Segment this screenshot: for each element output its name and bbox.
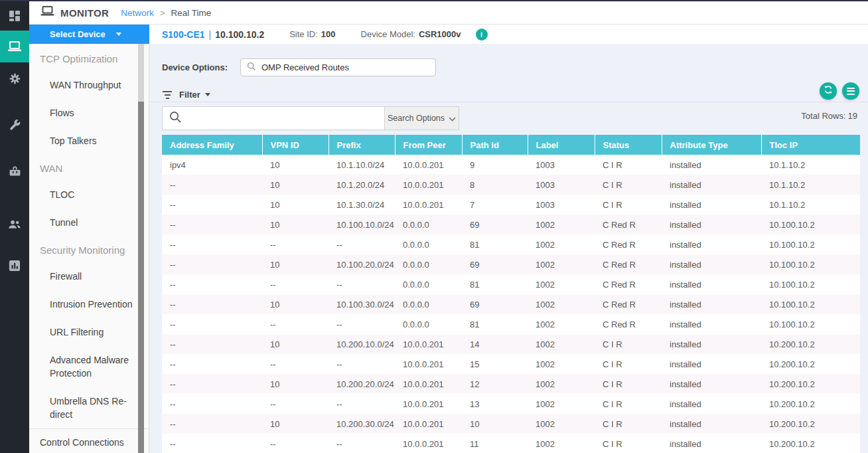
filter-label: Filter xyxy=(179,90,200,100)
table-cell: 1002 xyxy=(528,314,595,334)
column-header[interactable]: Attribute Type xyxy=(662,135,761,155)
table-cell: -- xyxy=(162,274,262,294)
table-cell: 1002 xyxy=(528,234,595,254)
table-cell: installed xyxy=(662,254,761,274)
sidebar-item[interactable]: Intrusion Prevention xyxy=(29,290,149,318)
table-search-input[interactable] xyxy=(187,114,384,124)
table-cell: 1002 xyxy=(528,434,595,453)
omp-received-routes-table: Address FamilyVPN IDPrefixFrom PeerPath … xyxy=(162,135,860,453)
table-row: ------0.0.0.0811002C Red Rinstalled10.10… xyxy=(162,314,860,334)
table-cell: 10 xyxy=(262,155,328,175)
table-cell: -- xyxy=(162,175,262,195)
column-header[interactable]: Status xyxy=(595,135,662,155)
select-device-button[interactable]: Select Device xyxy=(29,25,149,44)
column-header[interactable]: Tloc IP xyxy=(761,135,860,155)
rail-item-maintenance[interactable] xyxy=(0,157,29,186)
table-cell: -- xyxy=(162,215,262,234)
sidebar-item[interactable]: Flows xyxy=(29,99,149,127)
table-menu-button[interactable] xyxy=(842,82,859,100)
table-cell: C Red R xyxy=(595,274,662,294)
rail-item-tools[interactable] xyxy=(0,110,29,139)
table-cell: C Red R xyxy=(595,314,662,334)
table-cell: installed xyxy=(662,294,761,314)
table-cell: 1002 xyxy=(528,215,595,234)
sidebar-item[interactable]: Firewall xyxy=(29,262,149,290)
table-cell: 81 xyxy=(462,314,528,334)
table-cell: -- xyxy=(162,374,262,394)
table-cell: -- xyxy=(162,334,262,354)
table-cell: 10 xyxy=(262,254,328,274)
table-cell: 10.0.0.201 xyxy=(395,434,462,453)
table-cell: C I R xyxy=(595,414,662,434)
search-icon xyxy=(247,62,256,74)
table-cell: 10.0.0.201 xyxy=(395,414,462,434)
table-cell: 11 xyxy=(462,434,528,453)
table-row: ipv41010.1.10.0/2410.0.0.20191003C I Rin… xyxy=(162,155,860,175)
sidebar-item[interactable]: URL Filtering xyxy=(29,318,149,346)
sidebar-scrollbar-thumb[interactable] xyxy=(138,102,144,453)
table-cell: 10.100.10.2 xyxy=(761,234,860,254)
info-icon[interactable]: i xyxy=(476,29,488,41)
column-header[interactable]: VPN ID xyxy=(262,135,328,155)
table-row: --1010.1.20.0/2410.0.0.20181003C I Rinst… xyxy=(162,175,860,195)
sidebar-item[interactable]: TLOC xyxy=(29,181,149,209)
refresh-button[interactable] xyxy=(820,82,837,100)
sidebar-item[interactable]: Control Connections xyxy=(29,428,149,453)
rail-item-dashboard[interactable] xyxy=(0,1,29,31)
table-cell: -- xyxy=(162,195,262,215)
table-cell: C I R xyxy=(595,195,662,215)
column-header[interactable]: From Peer xyxy=(395,135,462,155)
table-cell: 10 xyxy=(462,414,528,434)
device-options-row: Device Options: xyxy=(162,58,436,76)
table-cell: installed xyxy=(662,155,761,175)
table-cell: 0.0.0.0 xyxy=(395,254,462,274)
column-header[interactable]: Prefix xyxy=(328,135,395,155)
rail-item-configuration[interactable] xyxy=(0,64,29,93)
column-header[interactable]: Address Family xyxy=(162,135,262,155)
table-cell: C I R xyxy=(595,155,662,175)
sidebar-item[interactable]: Umbrella DNS Re-direct xyxy=(29,387,149,428)
rail-item-administration[interactable] xyxy=(0,210,29,239)
rail-item-monitor[interactable] xyxy=(0,31,29,62)
column-header[interactable]: Label xyxy=(528,135,595,155)
table-cell: 10.0.0.201 xyxy=(395,195,462,215)
sidebar-item[interactable]: Top Talkers xyxy=(29,127,149,155)
table-cell: -- xyxy=(328,434,395,453)
table-cell: 1002 xyxy=(528,354,595,374)
table-cell: -- xyxy=(328,234,395,254)
search-options-button[interactable]: Search Options xyxy=(384,107,459,130)
monitor-icon xyxy=(7,41,22,52)
table-cell: installed xyxy=(662,374,761,394)
table-cell: installed xyxy=(662,274,761,294)
table-cell: -- xyxy=(328,354,395,374)
routes-table-wrap: Address FamilyVPN IDPrefixFrom PeerPath … xyxy=(162,135,860,453)
table-cell: installed xyxy=(662,314,761,334)
table-cell: C I R xyxy=(595,434,662,453)
device-options-label: Device Options: xyxy=(162,62,228,72)
table-cell: 10 xyxy=(262,334,328,354)
table-cell: 10.1.20.0/24 xyxy=(328,175,395,195)
table-cell: 8 xyxy=(462,175,528,195)
tools-wrench-icon xyxy=(9,119,21,132)
table-actions xyxy=(820,82,859,100)
sidebar-item[interactable]: Tunnel xyxy=(29,209,149,236)
refresh-icon xyxy=(823,84,833,98)
table-cell: -- xyxy=(162,314,262,334)
table-row: ------0.0.0.0811002C Red Rinstalled10.10… xyxy=(162,274,860,294)
rail-item-analytics[interactable] xyxy=(0,251,29,280)
table-cell: -- xyxy=(162,414,262,434)
sidebar-section-label: Security Monitoring xyxy=(29,236,149,262)
column-header[interactable]: Path Id xyxy=(462,135,528,155)
table-cell: 69 xyxy=(462,294,528,314)
table-cell: 12 xyxy=(462,374,528,394)
sidebar-item[interactable]: Advanced Malware Protection xyxy=(29,346,149,387)
table-row: ------0.0.0.0811002C Red Rinstalled10.10… xyxy=(162,234,860,254)
table-cell: 10 xyxy=(262,175,328,195)
table-cell: 10.0.0.201 xyxy=(395,394,462,414)
filter-button[interactable]: Filter xyxy=(163,90,210,100)
total-rows: Total Rows:19 xyxy=(799,111,857,121)
sidebar-item[interactable]: WAN Throughput xyxy=(29,71,149,99)
breadcrumb-network-link[interactable]: Network xyxy=(121,8,154,18)
table-cell: installed xyxy=(662,414,761,434)
device-options-input[interactable] xyxy=(261,62,414,72)
